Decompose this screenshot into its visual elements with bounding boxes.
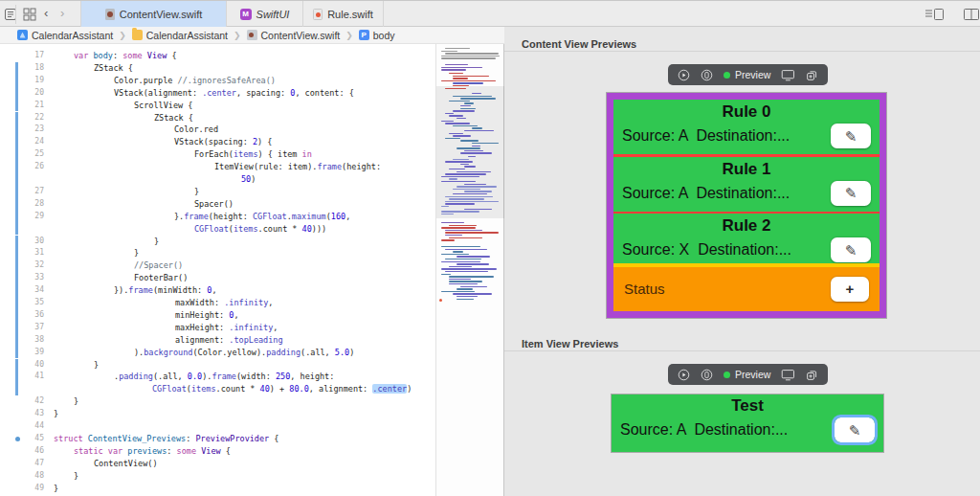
code-line[interactable]: 18ZStack {: [0, 62, 435, 75]
code-line[interactable]: CGFloat(items.count * 40))): [0, 223, 435, 236]
minimap-code-line: [453, 125, 478, 126]
live-preview-icon[interactable]: [678, 368, 690, 382]
add-editor-icon[interactable]: [963, 7, 980, 22]
tab-contentview-swift[interactable]: ContentView.swift: [80, 1, 227, 27]
code-line[interactable]: 27}: [0, 186, 435, 198]
minimap-code-line: [441, 56, 500, 56]
minimap-code-line: [445, 232, 499, 233]
code-line[interactable]: 20VStack(alignment: .center, spacing: 0,…: [0, 87, 435, 100]
duplicate-preview-icon[interactable]: [806, 368, 818, 382]
canvas-section-title: Item View Previews: [522, 338, 618, 349]
minimap-code-line: [441, 176, 479, 177]
minimap-code-line: [445, 271, 488, 272]
code-line[interactable]: CGFloat(items.count * 40) + 80.0, alignm…: [0, 383, 435, 395]
code-line[interactable]: 48}: [0, 470, 435, 483]
code-line[interactable]: 31}: [0, 247, 435, 259]
minimap-code-line: [449, 266, 472, 267]
tab-swiftui[interactable]: M SwiftUI: [227, 1, 303, 27]
code-line[interactable]: 37maxHeight: .infinity,: [0, 322, 435, 334]
code-line[interactable]: 50): [0, 173, 435, 186]
code-line[interactable]: 17var body: some View {: [0, 50, 435, 62]
minimap[interactable]: [435, 44, 504, 496]
code-line[interactable]: 22ZStack {: [0, 112, 435, 124]
editor-options-icon[interactable]: [924, 7, 946, 22]
add-rule-button[interactable]: +: [831, 277, 869, 302]
minimap-code-line: [464, 209, 492, 210]
code-line[interactable]: 47ContentView(): [0, 458, 435, 470]
tab-rule-swift[interactable]: Rule.swift: [303, 1, 384, 27]
code-line[interactable]: 32//Spacer(): [0, 259, 435, 272]
code-text: VStack(alignment: .center, spacing: 0, c…: [114, 87, 354, 100]
preview-status-badge: Preview: [724, 369, 770, 380]
code-line[interactable]: 38alignment: .topLeading: [0, 334, 435, 347]
code-line[interactable]: 24VStack(spacing: 2) {: [0, 136, 435, 148]
contentview-preview[interactable]: Rule 0Source: A Destination:...✎Rule 1So…: [606, 92, 887, 319]
code-line[interactable]: 19Color.purple //.ignoresSafeArea(): [0, 75, 435, 87]
forward-button[interactable]: ›: [60, 6, 64, 20]
code-line[interactable]: 25ForEach(items) { item in: [0, 148, 435, 161]
code-text: ).background(Color.yellow).padding(.all,…: [134, 347, 354, 359]
edit-rule-button[interactable]: ✎: [831, 181, 871, 206]
code-line[interactable]: 41.padding(.all, 0.0).frame(width: 250, …: [0, 371, 435, 383]
code-line[interactable]: 23Color.red: [0, 124, 435, 136]
code-line[interactable]: 43}: [0, 408, 435, 420]
line-number: 42: [0, 395, 44, 408]
code-line[interactable]: 34}).frame(minWidth: 0,: [0, 284, 435, 297]
code-line[interactable]: 30}: [0, 236, 435, 248]
rule-subtitle: Source: A Destination:...: [622, 127, 790, 145]
code-line[interactable]: 35maxWidth: .infinity,: [0, 297, 435, 309]
code-line[interactable]: 45struct ContentView_Previews: PreviewPr…: [0, 433, 435, 445]
breadcrumb-project[interactable]: CalendarAssistant: [17, 30, 113, 41]
code-text: ZStack {: [94, 62, 133, 75]
code-line[interactable]: 21ScrollView {: [0, 100, 435, 112]
code-line[interactable]: 26ItemView(rule: item).frame(height:: [0, 161, 435, 173]
source-control-change-bar: [15, 383, 18, 395]
duplicate-preview-icon[interactable]: [806, 68, 818, 82]
divider: [504, 350, 980, 351]
minimap-code-line: [441, 291, 475, 292]
minimap-code-line: [449, 225, 477, 226]
breadcrumb-label: ContentView.swift: [261, 30, 341, 41]
device-settings-icon[interactable]: [781, 68, 795, 82]
minimap-code-line: [449, 198, 484, 199]
minimap-code-line: [457, 263, 489, 264]
code-line[interactable]: 46static var previews: some View {: [0, 445, 435, 458]
code-line[interactable]: 39).background(Color.yellow).padding(.al…: [0, 347, 435, 359]
code-text: ItemView(rule: item).frame(height:: [214, 161, 381, 173]
minimap-code-line: [441, 261, 480, 262]
breadcrumb-group[interactable]: CalendarAssistant: [132, 30, 228, 41]
edit-rule-button[interactable]: ✎: [831, 124, 871, 148]
edit-rule-button[interactable]: ✎: [835, 417, 875, 442]
code-line[interactable]: 36minHeight: 0,: [0, 309, 435, 322]
code-line[interactable]: 33FooterBar(): [0, 272, 435, 284]
line-number: 36: [0, 309, 44, 322]
live-preview-icon[interactable]: [678, 68, 690, 82]
code-text: VStack(spacing: 2) {: [174, 136, 272, 148]
minimap-code-line: [441, 80, 496, 81]
code-line[interactable]: 29}.frame(height: CGFloat.maximum(160,: [0, 211, 435, 223]
back-button[interactable]: ‹: [44, 6, 48, 20]
itemview-preview[interactable]: Test Source: A Destination:... ✎: [611, 394, 884, 453]
device-settings-icon[interactable]: [781, 368, 795, 382]
code-line[interactable]: 49}: [0, 483, 435, 495]
pencil-icon: ✎: [845, 243, 858, 258]
breadcrumb-file[interactable]: ContentView.swift: [247, 30, 341, 41]
line-number: 32: [0, 259, 44, 272]
code-text: static var previews: some View {: [74, 445, 231, 458]
preview-on-device-icon[interactable]: [701, 368, 713, 382]
breadcrumb-symbol[interactable]: P body: [359, 30, 395, 41]
code-line[interactable]: 42}: [0, 395, 435, 408]
code-line[interactable]: 28Spacer(): [0, 198, 435, 211]
swift-file-icon: [247, 30, 257, 40]
edit-rule-button[interactable]: ✎: [831, 237, 871, 262]
code-line[interactable]: 44: [0, 420, 435, 433]
minimap-code-line: [441, 222, 464, 223]
minimap-code-line: [453, 82, 483, 83]
code-line[interactable]: 40}: [0, 359, 435, 372]
preview-on-device-icon[interactable]: [701, 68, 713, 82]
minimap-code-line: [441, 246, 480, 247]
minimap-code-line: [453, 251, 463, 252]
tab-overview-icon[interactable]: [22, 7, 37, 22]
minimap-code-line: [445, 64, 468, 65]
code-editor[interactable]: 17var body: some View {18ZStack {19Color…: [0, 44, 435, 496]
